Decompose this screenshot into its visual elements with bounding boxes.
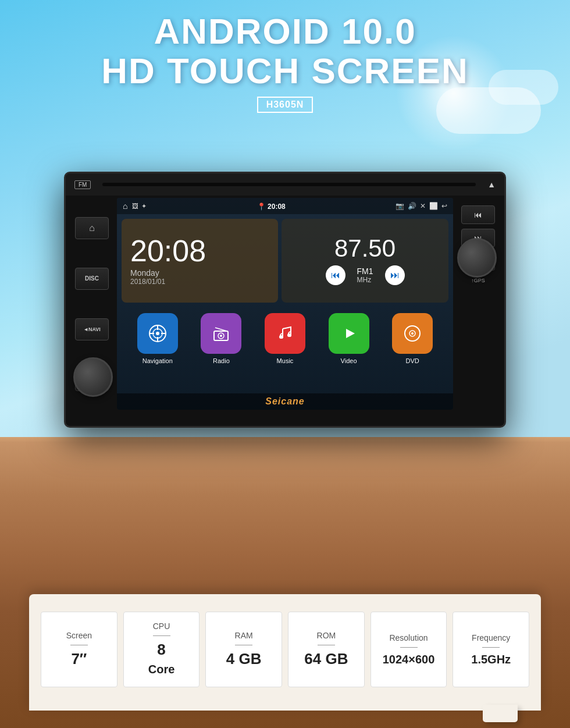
left-dial[interactable] <box>73 357 113 397</box>
gps-label: ↑GPS <box>471 278 485 283</box>
nav-icon <box>137 313 178 354</box>
resolution-label: Resolution <box>389 633 428 642</box>
svg-point-11 <box>279 335 283 339</box>
svg-point-9 <box>220 335 222 337</box>
rom-value: 64 GB <box>304 650 348 668</box>
specs-section: Screen 7″ CPU 8 Core RAM 4 GB ROM 64 GB … <box>29 594 541 711</box>
radio-next-button[interactable]: ⏭ <box>385 265 405 285</box>
app-navigation[interactable]: Navigation <box>137 313 178 364</box>
status-time: 📍 20:08 <box>257 203 286 211</box>
music-label: Music <box>277 357 294 364</box>
screen-label: Screen <box>66 631 92 640</box>
head-unit: FM ▲ ⌂ DISC ◄NAVI SD ⏮ ⏭ ⏹ ↑GPS ⌂ <box>64 172 506 428</box>
clock-widget: 20:08 Monday 2018/01/01 <box>122 219 278 303</box>
app-radio[interactable]: Radio <box>201 313 241 364</box>
prev-track-button[interactable]: ⏮ <box>461 205 495 224</box>
widget-area: 20:08 Monday 2018/01/01 87.50 ⏮ FM1 MHz … <box>117 214 453 307</box>
back-icon: ↩ <box>441 202 447 210</box>
ram-value: 4 GB <box>226 650 262 668</box>
disc-button[interactable]: DISC <box>75 268 109 290</box>
status-bar-left: ⌂ 🖼 ✦ <box>123 201 147 211</box>
app-grid: Navigation Radio <box>117 307 453 370</box>
status-bar-center: 📍 20:08 <box>150 201 392 211</box>
frequency-label: Frequency <box>472 633 510 642</box>
radio-widget: 87.50 ⏮ FM1 MHz ⏭ <box>282 219 448 303</box>
status-bar-right: 📷 🔊 ✕ ⬜ ↩ <box>396 202 447 210</box>
resolution-value: 1024×600 <box>383 652 435 666</box>
radio-frequency: 87.50 <box>334 236 396 261</box>
spec-rom: ROM 64 GB <box>288 612 365 687</box>
spec-cpu: CPU 8 Core <box>123 612 200 687</box>
gallery-icon: 🖼 <box>132 203 138 210</box>
divider <box>318 645 335 645</box>
right-dial[interactable] <box>457 238 497 278</box>
svg-point-12 <box>287 333 291 337</box>
location-icon: 📍 <box>257 203 266 211</box>
settings-icon: ✦ <box>141 203 147 210</box>
app-video[interactable]: Video <box>329 313 369 364</box>
ram-label: RAM <box>235 631 253 640</box>
screen-value: 7″ <box>71 650 87 668</box>
title-area: ANDROID 10.0 HD TOUCH SCREEN H3605N <box>0 12 570 113</box>
home-icon[interactable]: ⌂ <box>123 201 127 211</box>
nav-label: Navigation <box>142 357 173 364</box>
specs-grid: Screen 7″ CPU 8 Core RAM 4 GB ROM 64 GB … <box>41 612 529 687</box>
cpu-label: CPU <box>153 622 170 631</box>
svg-point-6 <box>156 332 159 335</box>
status-bar: ⌂ 🖼 ✦ 📍 20:08 📷 🔊 ✕ ⬜ ↩ <box>117 198 453 214</box>
volume-icon: 🔊 <box>408 202 416 210</box>
divider <box>482 647 500 648</box>
video-label: Video <box>341 357 357 364</box>
radio-app-icon <box>201 313 241 354</box>
home-button[interactable]: ⌂ <box>75 217 109 239</box>
divider <box>400 647 418 648</box>
spec-frequency: Frequency 1.5GHz <box>453 612 529 687</box>
camera-icon: 📷 <box>396 202 404 210</box>
close-icon: ✕ <box>420 202 426 210</box>
radio-prev-button[interactable]: ⏮ <box>326 265 345 285</box>
app-dvd[interactable]: DVD <box>392 313 433 364</box>
divider <box>70 645 88 645</box>
device-screen: ⌂ 🖼 ✦ 📍 20:08 📷 🔊 ✕ ⬜ ↩ <box>117 198 453 410</box>
frequency-value: 1.5GHz <box>471 652 511 666</box>
prev-icon: ⏮ <box>331 270 340 280</box>
next-icon: ⏭ <box>390 270 400 280</box>
side-buttons-right: ⏮ ⏭ ⏹ ↑GPS <box>455 200 501 289</box>
music-icon <box>265 313 305 354</box>
radio-controls: ⏮ FM1 MHz ⏭ <box>326 265 405 285</box>
eject-button[interactable]: ▲ <box>487 180 496 189</box>
rom-label: ROM <box>317 631 336 640</box>
spec-resolution: Resolution 1024×600 <box>370 612 447 687</box>
status-icons: 🖼 ✦ <box>132 203 147 210</box>
fm-badge: FM <box>74 180 91 189</box>
page-title: ANDROID 10.0 HD TOUCH SCREEN <box>0 12 570 91</box>
side-buttons-left: ⌂ DISC ◄NAVI SD <box>69 200 115 409</box>
spec-ram: RAM 4 GB <box>205 612 282 687</box>
video-icon <box>329 313 369 354</box>
clock-date: 2018/01/01 <box>130 278 269 286</box>
radio-band-info: FM1 MHz <box>357 267 373 284</box>
brand-logo: Seicane <box>265 396 304 407</box>
clock-time: 20:08 <box>130 236 269 266</box>
cd-slot <box>102 183 476 186</box>
divider <box>235 645 252 645</box>
spec-screen: Screen 7″ <box>41 612 117 687</box>
brand-bar: Seicane <box>117 393 453 410</box>
radio-label: Radio <box>213 357 230 364</box>
dvd-icon <box>392 313 433 354</box>
model-badge: H3605N <box>257 97 314 113</box>
navi-button[interactable]: ◄NAVI <box>75 318 109 340</box>
app-music[interactable]: Music <box>265 313 305 364</box>
svg-marker-13 <box>346 329 355 338</box>
dvd-label: DVD <box>406 357 419 364</box>
svg-point-16 <box>411 332 414 335</box>
window-icon: ⬜ <box>429 202 438 210</box>
top-strip: FM ▲ <box>66 173 504 196</box>
divider <box>153 635 170 636</box>
clock-day: Monday <box>130 268 269 278</box>
cpu-value: 8 Core <box>148 641 175 677</box>
